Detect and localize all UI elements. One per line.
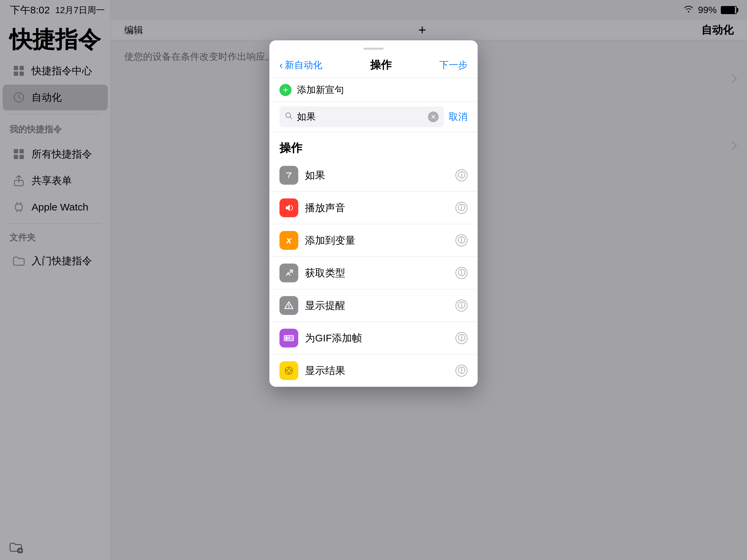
action-label-show-alert: 显示提醒 [305, 299, 456, 313]
actions-section-header: 操作 [269, 132, 478, 159]
action-icon-play-sound [280, 198, 298, 217]
svg-rect-24 [285, 337, 287, 340]
action-item-get-type[interactable]: 获取类型 ⓘ [269, 257, 478, 289]
add-action-row[interactable]: + 添加新宣句 [269, 78, 478, 102]
action-info-show-alert[interactable]: ⓘ [456, 299, 467, 312]
search-bar[interactable]: 如果 ✕ [280, 106, 444, 127]
action-info-get-type[interactable]: ⓘ [456, 267, 467, 279]
back-chevron-icon: ‹ [280, 59, 283, 71]
action-label-get-type: 获取类型 [305, 266, 456, 280]
svg-rect-26 [291, 337, 293, 340]
action-info-show-result[interactable]: ⓘ [456, 365, 467, 377]
search-icon [285, 112, 293, 122]
search-clear-button[interactable]: ✕ [428, 111, 439, 122]
action-item-show-alert[interactable]: 显示提醒 ⓘ [269, 289, 478, 322]
action-item-if[interactable]: 如果 ⓘ [269, 159, 478, 192]
action-item-add-variable[interactable]: x 添加到变量 ⓘ [269, 224, 478, 257]
action-icon-get-type [280, 264, 298, 282]
action-icon-if [280, 166, 298, 185]
action-icon-add-gif-frame [280, 329, 298, 347]
action-info-play-sound[interactable]: ⓘ [456, 202, 467, 214]
add-action-label: 添加新宣句 [297, 84, 344, 96]
action-item-show-result[interactable]: 显示结果 ⓘ [269, 354, 478, 387]
action-icon-add-variable: x [280, 231, 298, 250]
back-label: 新自动化 [285, 59, 323, 72]
action-info-add-variable[interactable]: ⓘ [456, 234, 467, 246]
action-label-show-result: 显示结果 [305, 364, 456, 378]
search-container: 如果 ✕ 取消 [269, 102, 478, 132]
add-action-icon: + [280, 84, 291, 96]
action-item-play-sound[interactable]: 播放声音 ⓘ [269, 192, 478, 224]
drag-handle-area [269, 40, 478, 50]
actions-section: 操作 如果 ⓘ 播放声音 ⓘ [269, 132, 478, 387]
action-label-play-sound: 播放声音 [305, 201, 456, 215]
modal-sheet: ‹ 新自动化 操作 下一步 + 添加新宣句 如果 ✕ 取消 操作 [269, 40, 478, 387]
search-cancel-button[interactable]: 取消 [449, 110, 467, 123]
svg-point-28 [287, 369, 290, 372]
action-label-add-gif-frame: 为GIF添加帧 [305, 331, 456, 345]
action-icon-show-alert [280, 296, 298, 315]
action-label-if: 如果 [305, 168, 456, 182]
action-label-add-variable: 添加到变量 [305, 234, 456, 247]
modal-title: 操作 [370, 58, 392, 73]
modal-back-button[interactable]: ‹ 新自动化 [280, 59, 323, 72]
svg-point-22 [288, 307, 289, 308]
search-input-text: 如果 [297, 110, 424, 123]
action-info-if[interactable]: ⓘ [456, 169, 467, 181]
modal-nav: ‹ 新自动化 操作 下一步 [269, 50, 478, 78]
svg-rect-25 [288, 337, 290, 340]
action-item-add-gif-frame[interactable]: 为GIF添加帧 ⓘ [269, 322, 478, 354]
modal-next-button[interactable]: 下一步 [439, 59, 467, 72]
action-icon-show-result [280, 361, 298, 380]
action-info-add-gif-frame[interactable]: ⓘ [456, 332, 467, 344]
